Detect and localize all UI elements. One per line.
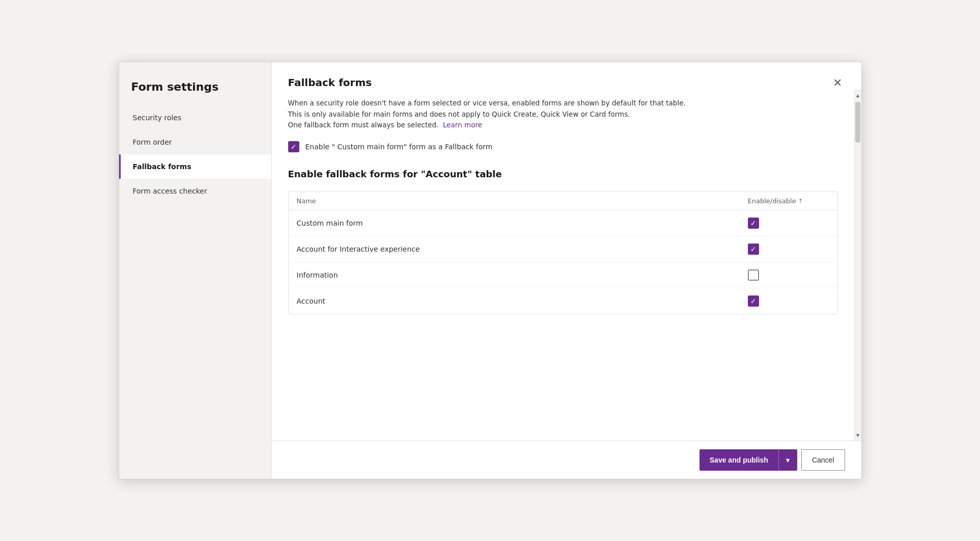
row-checkbox-1[interactable]: ✓ [748, 244, 759, 255]
row-name-0: Custom main form [297, 219, 748, 227]
main-body: When a security role doesn't have a form… [272, 90, 854, 441]
row-name-3: Account [297, 297, 748, 305]
save-label: Save and publish [699, 449, 779, 471]
row-enable-1: ✓ [748, 244, 829, 255]
description-block: When a security role doesn't have a form… [288, 98, 838, 131]
scrollbar-track: ▲ ▼ [854, 90, 861, 441]
save-and-publish-button[interactable]: Save and publish ▾ [699, 449, 797, 471]
col-header-name: Name [297, 197, 748, 205]
row-enable-3: ✓ [748, 295, 829, 307]
page-title: Fallback forms [288, 76, 372, 89]
table-row: Account for Interactive experience ✓ [289, 236, 837, 262]
row-checkbox-2[interactable] [748, 269, 759, 281]
fallback-forms-table: Name Enable/disable ↑ Custom main form ✓ [288, 192, 838, 314]
close-button[interactable]: ✕ [830, 76, 845, 90]
col-header-enable[interactable]: Enable/disable ↑ [748, 197, 829, 205]
scroll-down-button[interactable]: ▼ [854, 429, 861, 441]
table-row: Account ✓ [289, 288, 837, 314]
enable-fallback-checkbox[interactable]: ✓ [288, 141, 299, 152]
save-dropdown-icon[interactable]: ▾ [779, 449, 797, 471]
row-checkbox-3[interactable]: ✓ [748, 295, 759, 307]
sidebar-item-fallback-forms[interactable]: Fallback forms [119, 154, 271, 179]
scroll-thumb[interactable] [855, 102, 860, 143]
row-name-1: Account for Interactive experience [297, 245, 748, 253]
sidebar-nav: Security roles Form order Fallback forms… [119, 105, 271, 203]
main-header: Fallback forms ✕ [272, 62, 861, 90]
section-title: Enable fallback forms for "Account" tabl… [288, 169, 838, 179]
row-checkbox-0[interactable]: ✓ [748, 218, 759, 229]
checkmark-icon: ✓ [750, 297, 757, 305]
table-header: Name Enable/disable ↑ [289, 192, 837, 210]
checkmark-icon: ✓ [750, 220, 757, 227]
dialog: Form settings Security roles Form order … [119, 62, 862, 479]
scroll-up-button[interactable]: ▲ [854, 90, 861, 101]
enable-fallback-row: ✓ Enable " Custom main form" form as a F… [288, 141, 838, 152]
row-name-2: Information [297, 271, 748, 279]
main-content: Fallback forms ✕ When a security role do… [272, 62, 861, 479]
footer: Save and publish ▾ Cancel [272, 441, 861, 479]
sort-arrow-icon: ↑ [798, 198, 803, 204]
sidebar-item-form-order[interactable]: Form order [119, 130, 271, 154]
sidebar: Form settings Security roles Form order … [119, 62, 272, 479]
row-enable-2 [748, 269, 829, 281]
enable-fallback-label: Enable " Custom main form" form as a Fal… [305, 143, 493, 151]
sidebar-title: Form settings [119, 72, 271, 105]
sidebar-item-security-roles[interactable]: Security roles [119, 105, 271, 130]
checkmark-icon: ✓ [291, 143, 297, 150]
sidebar-item-form-access-checker[interactable]: Form access checker [119, 179, 271, 203]
learn-more-link[interactable]: Learn more [443, 121, 482, 129]
table-row: Information [289, 262, 837, 288]
checkmark-icon: ✓ [750, 246, 757, 253]
cancel-button[interactable]: Cancel [801, 449, 845, 471]
table-row: Custom main form ✓ [289, 210, 837, 236]
row-enable-0: ✓ [748, 218, 829, 229]
